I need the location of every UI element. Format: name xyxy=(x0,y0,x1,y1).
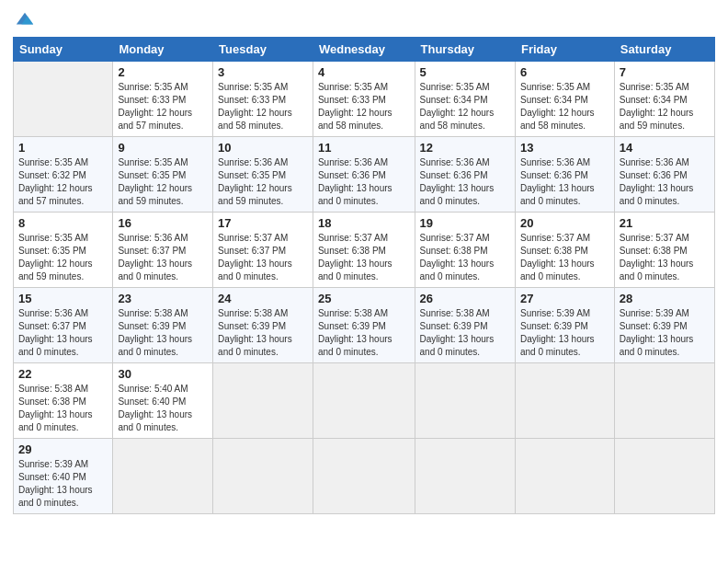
day-info: Sunrise: 5:38 AMSunset: 6:38 PMDaylight:… xyxy=(18,383,108,434)
calendar-cell: 5Sunrise: 5:35 AMSunset: 6:34 PMDaylight… xyxy=(415,62,515,137)
day-number: 21 xyxy=(620,216,710,230)
calendar-cell xyxy=(415,363,515,439)
calendar-cell: 27Sunrise: 5:39 AMSunset: 6:39 PMDayligh… xyxy=(515,288,614,363)
calendar-day-header: Wednesday xyxy=(313,38,415,62)
calendar-cell: 6Sunrise: 5:35 AMSunset: 6:34 PMDaylight… xyxy=(515,62,614,137)
day-info: Sunrise: 5:35 AMSunset: 6:34 PMDaylight:… xyxy=(620,81,710,132)
calendar-cell xyxy=(14,62,113,137)
day-number: 25 xyxy=(318,292,410,305)
header xyxy=(13,9,715,29)
day-info: Sunrise: 5:38 AMSunset: 6:39 PMDaylight:… xyxy=(218,307,308,359)
calendar-cell: 17Sunrise: 5:37 AMSunset: 6:37 PMDayligh… xyxy=(213,213,313,288)
calendar-cell: 16Sunrise: 5:36 AMSunset: 6:37 PMDayligh… xyxy=(113,213,213,288)
calendar-cell xyxy=(515,439,614,514)
calendar-cell: 12Sunrise: 5:36 AMSunset: 6:36 PMDayligh… xyxy=(415,137,515,213)
calendar-cell xyxy=(313,439,415,514)
calendar-week-row: 22Sunrise: 5:38 AMSunset: 6:38 PMDayligh… xyxy=(14,363,715,439)
day-number: 10 xyxy=(218,141,308,155)
day-info: Sunrise: 5:37 AMSunset: 6:38 PMDaylight:… xyxy=(520,232,609,283)
day-info: Sunrise: 5:36 AMSunset: 6:36 PMDaylight:… xyxy=(318,156,410,208)
calendar-cell: 1Sunrise: 5:35 AMSunset: 6:32 PMDaylight… xyxy=(14,137,113,213)
calendar-cell: 26Sunrise: 5:38 AMSunset: 6:39 PMDayligh… xyxy=(415,288,515,363)
calendar-week-row: 8Sunrise: 5:35 AMSunset: 6:35 PMDaylight… xyxy=(14,213,715,288)
calendar-cell: 18Sunrise: 5:37 AMSunset: 6:38 PMDayligh… xyxy=(313,213,415,288)
day-number: 7 xyxy=(620,65,710,79)
day-number: 1 xyxy=(18,141,108,155)
day-info: Sunrise: 5:35 AMSunset: 6:32 PMDaylight:… xyxy=(18,156,108,208)
page: SundayMondayTuesdayWednesdayThursdayFrid… xyxy=(0,0,728,563)
calendar-cell: 10Sunrise: 5:36 AMSunset: 6:35 PMDayligh… xyxy=(213,137,313,213)
calendar-day-header: Monday xyxy=(113,38,213,62)
calendar-cell: 28Sunrise: 5:39 AMSunset: 6:39 PMDayligh… xyxy=(614,288,714,363)
calendar-cell: 23Sunrise: 5:38 AMSunset: 6:39 PMDayligh… xyxy=(113,288,213,363)
day-info: Sunrise: 5:35 AMSunset: 6:33 PMDaylight:… xyxy=(118,81,208,132)
calendar-cell: 25Sunrise: 5:38 AMSunset: 6:39 PMDayligh… xyxy=(313,288,415,363)
calendar-cell: 9Sunrise: 5:35 AMSunset: 6:35 PMDaylight… xyxy=(113,137,213,213)
day-info: Sunrise: 5:37 AMSunset: 6:38 PMDaylight:… xyxy=(420,232,510,283)
day-number: 29 xyxy=(18,442,108,456)
day-info: Sunrise: 5:37 AMSunset: 6:37 PMDaylight:… xyxy=(218,232,308,283)
day-number: 2 xyxy=(118,65,208,79)
day-number: 4 xyxy=(318,65,410,79)
calendar-day-header: Sunday xyxy=(14,38,113,62)
calendar-day-header: Friday xyxy=(515,38,614,62)
calendar-cell: 15Sunrise: 5:36 AMSunset: 6:37 PMDayligh… xyxy=(14,288,113,363)
day-info: Sunrise: 5:38 AMSunset: 6:39 PMDaylight:… xyxy=(118,307,208,359)
day-info: Sunrise: 5:36 AMSunset: 6:36 PMDaylight:… xyxy=(420,156,510,208)
calendar-day-header: Thursday xyxy=(415,38,515,62)
day-number: 27 xyxy=(520,292,609,305)
day-info: Sunrise: 5:38 AMSunset: 6:39 PMDaylight:… xyxy=(420,307,510,359)
calendar-week-row: 15Sunrise: 5:36 AMSunset: 6:37 PMDayligh… xyxy=(14,288,715,363)
day-info: Sunrise: 5:40 AMSunset: 6:40 PMDaylight:… xyxy=(118,383,208,434)
day-info: Sunrise: 5:35 AMSunset: 6:35 PMDaylight:… xyxy=(18,232,108,283)
calendar-cell: 3Sunrise: 5:35 AMSunset: 6:33 PMDaylight… xyxy=(213,62,313,137)
day-number: 24 xyxy=(218,292,308,305)
calendar-cell: 22Sunrise: 5:38 AMSunset: 6:38 PMDayligh… xyxy=(14,363,113,439)
day-info: Sunrise: 5:39 AMSunset: 6:39 PMDaylight:… xyxy=(520,307,609,359)
day-number: 19 xyxy=(420,216,510,230)
day-number: 17 xyxy=(218,216,308,230)
day-info: Sunrise: 5:37 AMSunset: 6:38 PMDaylight:… xyxy=(318,232,410,283)
day-info: Sunrise: 5:35 AMSunset: 6:33 PMDaylight:… xyxy=(218,81,308,132)
calendar-cell: 20Sunrise: 5:37 AMSunset: 6:38 PMDayligh… xyxy=(515,213,614,288)
calendar-cell: 19Sunrise: 5:37 AMSunset: 6:38 PMDayligh… xyxy=(415,213,515,288)
calendar-header-row: SundayMondayTuesdayWednesdayThursdayFrid… xyxy=(14,38,715,62)
calendar-week-row: 29Sunrise: 5:39 AMSunset: 6:40 PMDayligh… xyxy=(14,439,715,514)
calendar-week-row: 2Sunrise: 5:35 AMSunset: 6:33 PMDaylight… xyxy=(14,62,715,137)
day-number: 9 xyxy=(118,141,208,155)
calendar-cell xyxy=(515,363,614,439)
calendar-cell: 24Sunrise: 5:38 AMSunset: 6:39 PMDayligh… xyxy=(213,288,313,363)
day-number: 23 xyxy=(118,292,208,305)
day-number: 5 xyxy=(420,65,510,79)
day-number: 6 xyxy=(520,65,609,79)
calendar-cell: 4Sunrise: 5:35 AMSunset: 6:33 PMDaylight… xyxy=(313,62,415,137)
calendar-cell: 7Sunrise: 5:35 AMSunset: 6:34 PMDaylight… xyxy=(614,62,714,137)
calendar-table: SundayMondayTuesdayWednesdayThursdayFrid… xyxy=(13,37,715,514)
calendar-cell xyxy=(113,439,213,514)
day-info: Sunrise: 5:36 AMSunset: 6:35 PMDaylight:… xyxy=(218,156,308,208)
calendar-cell: 8Sunrise: 5:35 AMSunset: 6:35 PMDaylight… xyxy=(14,213,113,288)
day-info: Sunrise: 5:38 AMSunset: 6:39 PMDaylight:… xyxy=(318,307,410,359)
calendar-cell xyxy=(213,363,313,439)
day-info: Sunrise: 5:35 AMSunset: 6:34 PMDaylight:… xyxy=(520,81,609,132)
calendar-cell: 21Sunrise: 5:37 AMSunset: 6:38 PMDayligh… xyxy=(614,213,714,288)
calendar-cell xyxy=(213,439,313,514)
day-info: Sunrise: 5:39 AMSunset: 6:40 PMDaylight:… xyxy=(18,458,108,510)
calendar-cell xyxy=(614,363,714,439)
day-number: 16 xyxy=(118,216,208,230)
calendar-cell: 2Sunrise: 5:35 AMSunset: 6:33 PMDaylight… xyxy=(113,62,213,137)
day-number: 3 xyxy=(218,65,308,79)
day-info: Sunrise: 5:35 AMSunset: 6:35 PMDaylight:… xyxy=(118,156,208,208)
day-info: Sunrise: 5:39 AMSunset: 6:39 PMDaylight:… xyxy=(620,307,710,359)
logo-icon xyxy=(15,9,35,29)
day-number: 8 xyxy=(18,216,108,230)
day-number: 22 xyxy=(18,367,108,381)
calendar-cell xyxy=(614,439,714,514)
day-info: Sunrise: 5:36 AMSunset: 6:36 PMDaylight:… xyxy=(620,156,710,208)
calendar-cell: 30Sunrise: 5:40 AMSunset: 6:40 PMDayligh… xyxy=(113,363,213,439)
day-info: Sunrise: 5:36 AMSunset: 6:36 PMDaylight:… xyxy=(520,156,609,208)
day-info: Sunrise: 5:35 AMSunset: 6:34 PMDaylight:… xyxy=(420,81,510,132)
day-info: Sunrise: 5:36 AMSunset: 6:37 PMDaylight:… xyxy=(18,307,108,359)
calendar-week-row: 1Sunrise: 5:35 AMSunset: 6:32 PMDaylight… xyxy=(14,137,715,213)
day-number: 13 xyxy=(520,141,609,155)
